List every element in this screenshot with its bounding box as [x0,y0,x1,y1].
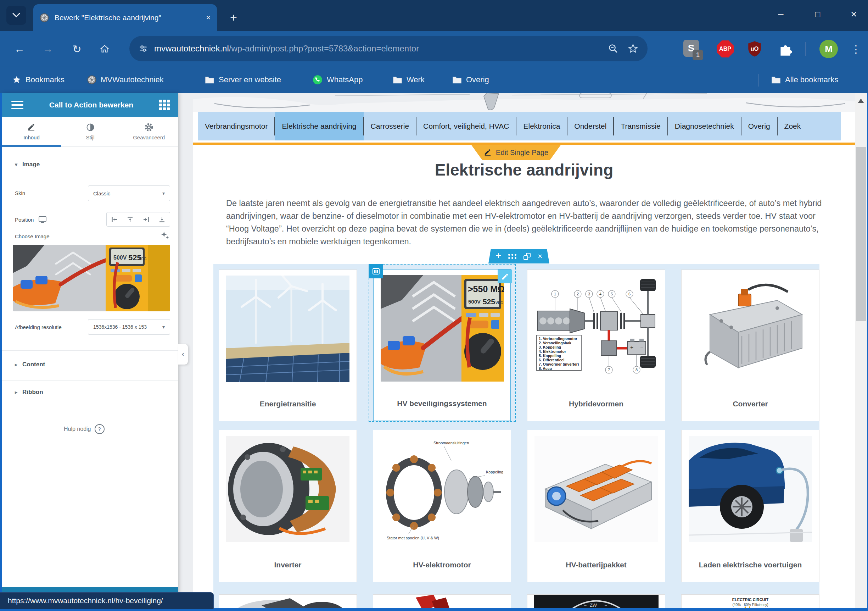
window-close-button[interactable]: × [839,0,868,28]
intro-paragraph-line: aandrijvingen, waar de benzine- of diese… [226,211,822,224]
svg-text:−: − [640,344,643,350]
nav-tab-onderstel[interactable]: Onderstel [567,112,614,140]
panel-tab-stijl[interactable]: Stijl [61,117,120,146]
panel-tab-geavanceerd[interactable]: Geavanceerd [119,117,178,146]
bookmark-bookmarks[interactable]: Bookmarks [12,67,65,93]
nav-tab-elektronica[interactable]: Elektronica [516,112,567,140]
browser-tab[interactable]: Bewerk "Elektrische aandrijving" × [33,4,217,31]
align-left-icon [111,216,118,223]
skin-select[interactable]: Classic ▾ [88,185,170,201]
maximize-button[interactable]: □ [803,0,833,28]
zoom-out-icon[interactable] [608,43,618,54]
minimize-button[interactable]: ─ [766,0,796,28]
bookmark-star-icon[interactable] [628,43,638,54]
edit-widget-button[interactable] [498,269,512,283]
ai-sparkle-icon[interactable] [160,230,169,240]
panel-collapse-handle[interactable]: ‹ [178,344,188,365]
monitor-icon[interactable] [39,216,46,223]
scrollbar-up-arrow[interactable] [858,99,864,103]
nav-tab-verbrandingsmotor[interactable]: Verbrandingsmotor [198,112,275,140]
card-image-laden [689,436,812,542]
card-converter[interactable]: Converter [681,269,820,421]
folder-icon [393,76,402,84]
widget-toolbar: + × [488,249,549,263]
wheel-icon [87,75,96,84]
extension-badge: 1 [693,50,703,60]
address-bar[interactable]: mvwautotechniek.nl/wp-admin/post.php?pos… [129,36,648,61]
card-hv-elektromotor[interactable]: Stroomaansluitingen Koppeling Stator met… [373,430,511,582]
image-preview[interactable]: 500V 525 VDC [13,245,170,311]
resolution-select[interactable]: 1536x1536 - 1536 x 153 ▾ [88,319,170,335]
section-image[interactable]: ▾ Image [15,161,40,168]
card-caption: Energietransitie [219,400,356,408]
bookmark-folder-overig[interactable]: Overig [452,67,489,93]
align-right-button[interactable] [138,212,154,227]
tab-search-button[interactable] [6,6,26,25]
bookmarks-divider [758,74,759,87]
nav-tab-comfort[interactable]: Comfort, veiligheid, HVAC [416,112,516,140]
browser-menu-button[interactable]: ⋮ [848,37,864,60]
home-button[interactable] [94,31,116,67]
card-hv-beveiligingssystemen[interactable]: >550 MΩ 500V 525 VDC HV beveiligingssyst… [373,269,511,421]
card-laden-elektrische-voertuigen[interactable]: Laden elektrische voertuigen [681,430,820,582]
card-energietransitie[interactable]: Energietransitie [219,269,357,421]
intro-paragraph-line: bedrijfsauto’s en mobiele werktuigen teg… [226,237,822,250]
card-caption: Laden elektrische voertuigen [682,561,819,569]
svg-text:Koppeling: Koppeling [486,470,503,474]
section-ribbon[interactable]: ▸ Ribbon [15,389,43,396]
profile-avatar[interactable]: M [820,40,838,58]
svg-text:6: 6 [628,292,631,296]
bookmark-folder-server[interactable]: Server en website [205,67,281,93]
card-caption: HV-batterijpakket [527,561,665,569]
delete-widget-icon[interactable]: × [538,252,542,261]
column-drag-handle[interactable] [369,264,383,278]
align-top-button[interactable] [122,212,138,227]
intro-paragraph-line: De laatste jaren neemt als gevolg van de… [226,199,822,211]
nav-tab-carrosserie[interactable]: Carrosserie [364,112,417,140]
card-hv-batterijpakket[interactable]: HV-batterijpakket [527,430,665,582]
card-image-hybridevormen: +− 12345678 1. Verbrandingsmotor2. Versn… [535,275,658,382]
card-hybridevormen[interactable]: +− 12345678 1. Verbrandingsmotor2. Versn… [527,269,665,421]
extension-session-icon[interactable]: S 1 [684,40,701,58]
back-button[interactable]: ← [9,31,31,67]
widgets-grid-icon[interactable] [159,100,170,110]
section-content[interactable]: ▸ Content [15,361,45,368]
add-widget-icon[interactable]: + [496,251,501,261]
bookmark-all-bookmarks[interactable]: Alle bookmarks [771,67,838,93]
svg-text:525: 525 [483,297,495,306]
nav-tab-diagnosetechniek[interactable]: Diagnosetechniek [668,112,741,140]
tab-close-icon[interactable]: × [206,13,211,22]
forward-button[interactable]: → [37,31,59,67]
bookmark-mvwautotechniek[interactable]: MVWautotechniek [87,67,164,93]
svg-text:–: – [604,603,607,608]
bookmark-whatsapp[interactable]: WhatsApp [313,67,363,93]
extensions-puzzle-icon[interactable] [777,40,795,58]
folder-icon [205,76,214,84]
bookmark-folder-werk[interactable]: Werk [393,67,425,93]
drag-widget-icon[interactable] [508,254,516,259]
new-tab-button[interactable]: + [224,8,243,27]
nav-tab-zoek[interactable]: Zoek [777,112,808,140]
card-inverter[interactable]: Inverter [219,430,357,582]
extension-ublock-icon[interactable]: uO [746,40,763,58]
svg-text:3: 3 [588,292,590,296]
panel-menu-icon[interactable] [11,101,23,109]
svg-text:500V: 500V [113,255,127,261]
edit-single-page-button[interactable]: Edit Single Page [471,145,561,160]
help-link[interactable]: Hulp nodig ? [64,424,105,434]
nav-tab-transmissie[interactable]: Transmissie [614,112,667,140]
align-left-button[interactable] [106,212,122,227]
reload-button[interactable]: ↻ [66,31,88,67]
nav-tab-overig[interactable]: Overig [741,112,777,140]
car-artwork-partial [193,93,855,112]
position-button-group [106,212,170,227]
card-caption: Converter [682,400,819,408]
panel-tab-inhoud[interactable]: Inhoud [2,117,61,146]
duplicate-widget-icon[interactable] [524,253,530,260]
align-bottom-button[interactable] [154,212,170,227]
nav-tab-elektrische-aandrijving[interactable]: Elektrische aandrijving [275,112,363,140]
scrollbar-thumb[interactable] [856,147,866,321]
svg-text:Stroomaansluitingen: Stroomaansluitingen [434,441,469,445]
card-image-hv-elektromotor: Stroomaansluitingen Koppeling Stator met… [380,436,504,542]
svg-text:(40% - 60% Efficiency): (40% - 60% Efficiency) [733,603,769,607]
